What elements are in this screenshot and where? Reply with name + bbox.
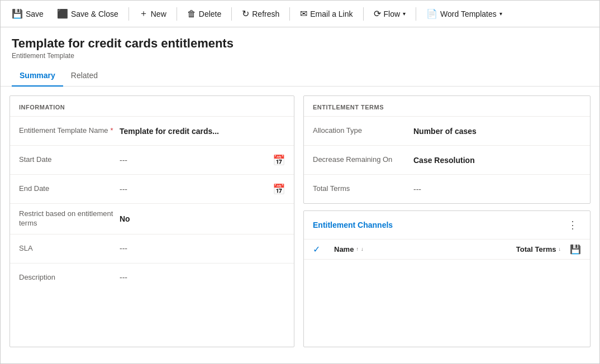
separator-5 xyxy=(363,7,364,21)
tabs-container: Summary Related xyxy=(1,66,599,87)
flow-button[interactable]: ⟳ Flow ▾ xyxy=(368,5,412,22)
flow-icon: ⟳ xyxy=(374,8,381,19)
refresh-icon: ↻ xyxy=(242,8,249,19)
word-templates-icon: 📄 xyxy=(426,8,437,19)
delete-label: Delete xyxy=(199,9,221,18)
total-terms-empty: --- xyxy=(413,185,421,194)
word-templates-chevron-icon: ▾ xyxy=(499,11,502,17)
refresh-button[interactable]: ↻ Refresh xyxy=(236,5,285,22)
field-restrict: Restrict based on entitlement terms No xyxy=(10,203,294,234)
field-end-date: End Date --- 📅 xyxy=(10,174,294,203)
new-button[interactable]: ＋ New xyxy=(134,4,172,23)
check-column: ✓ xyxy=(313,244,330,255)
start-date-empty: --- xyxy=(120,156,127,165)
channels-title: Entitlement Channels xyxy=(313,221,393,229)
value-sla[interactable]: --- xyxy=(120,244,285,253)
separator-4 xyxy=(289,7,290,21)
delete-icon: 🗑 xyxy=(187,9,196,19)
separator-3 xyxy=(231,7,232,21)
column-name-label: Name xyxy=(334,245,354,253)
information-header: INFORMATION xyxy=(10,96,294,116)
field-start-date: Start Date --- 📅 xyxy=(10,145,294,174)
channels-header: Entitlement Channels ⋮ xyxy=(304,211,590,240)
delete-button[interactable]: 🗑 Delete xyxy=(182,6,227,22)
label-allocation-type: Allocation Type xyxy=(313,126,413,136)
right-panels: ENTITLEMENT TERMS Allocation Type Number… xyxy=(303,95,591,347)
save-label: Save xyxy=(26,9,44,18)
channels-table-header: ✓ Name ↑ ↓ Total Terms ↓ 💾 xyxy=(304,240,590,260)
flow-label: Flow xyxy=(384,9,401,18)
label-total-terms: Total Terms xyxy=(313,184,413,194)
separator-2 xyxy=(177,7,177,21)
end-date-empty: --- xyxy=(120,185,127,194)
field-total-terms: Total Terms --- xyxy=(304,174,590,203)
save-close-icon: ⬛ xyxy=(57,8,68,19)
page-subtitle: Entitlement Template xyxy=(12,52,588,60)
value-restrict[interactable]: No xyxy=(120,214,285,223)
new-icon: ＋ xyxy=(139,8,148,20)
label-start-date: Start Date xyxy=(19,155,120,165)
entitlement-terms-header: ENTITLEMENT TERMS xyxy=(304,96,590,116)
check-icon: ✓ xyxy=(313,244,320,255)
email-label: Email a Link xyxy=(310,9,353,18)
required-indicator: * xyxy=(110,126,113,135)
toolbar: 💾 Save ⬛ Save & Close ＋ New 🗑 Delete ↻ R… xyxy=(1,1,599,27)
column-total-terms[interactable]: Total Terms ↓ xyxy=(516,245,561,253)
word-templates-button[interactable]: 📄 Word Templates ▾ xyxy=(421,5,508,22)
field-entitlement-template-name: Entitlement Template Name* Template for … xyxy=(10,116,294,145)
new-label: New xyxy=(151,9,166,18)
value-description[interactable]: --- xyxy=(120,273,285,282)
value-end-date[interactable]: --- 📅 xyxy=(120,183,285,195)
label-end-date: End Date xyxy=(19,184,120,194)
sort-asc-icon[interactable]: ↑ xyxy=(356,247,359,252)
information-panel: INFORMATION Entitlement Template Name* T… xyxy=(9,95,294,347)
field-description: Description --- xyxy=(10,263,294,292)
refresh-label: Refresh xyxy=(252,9,279,18)
field-decrease-remaining: Decrease Remaining On Case Resolution xyxy=(304,145,590,174)
description-empty: --- xyxy=(120,273,127,282)
label-decrease-remaining: Decrease Remaining On xyxy=(313,155,413,165)
label-sla: SLA xyxy=(19,244,120,253)
save-close-label: Save & Close xyxy=(71,9,118,18)
total-terms-sort-icon[interactable]: ↓ xyxy=(559,247,561,252)
column-name[interactable]: Name ↑ ↓ xyxy=(334,245,512,253)
column-total-terms-label: Total Terms xyxy=(516,245,556,253)
email-link-button[interactable]: ✉ Email a Link xyxy=(294,5,358,22)
end-date-calendar-icon[interactable]: 📅 xyxy=(273,183,285,195)
separator-1 xyxy=(128,7,129,21)
value-decrease-remaining[interactable]: Case Resolution xyxy=(413,156,581,165)
field-sla: SLA --- xyxy=(10,234,294,263)
label-entitlement-template-name: Entitlement Template Name* xyxy=(19,126,120,136)
entitlement-terms-panel: ENTITLEMENT TERMS Allocation Type Number… xyxy=(303,95,591,204)
tab-summary[interactable]: Summary xyxy=(12,66,63,87)
field-allocation-type: Allocation Type Number of cases xyxy=(304,116,590,145)
label-restrict: Restrict based on entitlement terms xyxy=(19,209,120,228)
value-total-terms[interactable]: --- xyxy=(413,185,581,194)
sort-desc-icon[interactable]: ↓ xyxy=(361,247,364,252)
label-description: Description xyxy=(19,273,120,282)
value-start-date[interactable]: --- 📅 xyxy=(120,154,285,166)
sla-empty: --- xyxy=(120,244,127,253)
start-date-calendar-icon[interactable]: 📅 xyxy=(273,154,285,166)
table-save-icon[interactable]: 💾 xyxy=(570,244,581,255)
save-button[interactable]: 💾 Save xyxy=(6,5,49,22)
email-icon: ✉ xyxy=(300,8,307,19)
save-icon: 💾 xyxy=(12,8,23,19)
word-templates-label: Word Templates xyxy=(440,9,497,18)
entitlement-channels-panel: Entitlement Channels ⋮ ✓ Name ↑ ↓ Total … xyxy=(303,210,591,347)
page-title: Template for credit cards entitlements xyxy=(12,36,588,51)
value-allocation-type[interactable]: Number of cases xyxy=(413,127,581,136)
separator-6 xyxy=(416,7,416,21)
flow-chevron-icon: ▾ xyxy=(403,11,406,17)
main-content: INFORMATION Entitlement Template Name* T… xyxy=(1,87,599,356)
save-close-button[interactable]: ⬛ Save & Close xyxy=(51,5,124,22)
value-entitlement-template-name[interactable]: Template for credit cards... xyxy=(120,127,285,136)
channels-menu-button[interactable]: ⋮ xyxy=(564,218,581,232)
tab-related[interactable]: Related xyxy=(63,66,106,87)
page-header: Template for credit cards entitlements E… xyxy=(1,27,599,60)
